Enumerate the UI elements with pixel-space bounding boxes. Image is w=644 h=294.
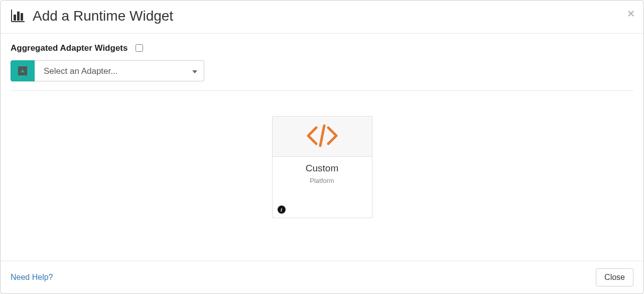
close-icon[interactable]: ×	[627, 8, 634, 20]
widget-card-title: Custom	[278, 163, 367, 174]
modal-header: Add a Runtime Widget ×	[1, 1, 643, 34]
modal-footer: Need Help? Close	[1, 261, 643, 293]
close-button[interactable]: Close	[596, 268, 633, 286]
widget-card-info-row: i	[278, 184, 367, 214]
aggregated-checkbox[interactable]	[136, 44, 143, 52]
widget-card-subtitle: Platform	[278, 177, 367, 184]
modal-body: Aggregated Adapter Widgets Select an Ada…	[1, 34, 643, 261]
adapter-badge-icon	[18, 66, 27, 75]
bar-chart-icon	[11, 10, 26, 23]
svg-rect-4	[21, 13, 23, 21]
code-icon	[304, 124, 340, 150]
adapter-row: Select an Adapter...	[11, 60, 633, 81]
add-runtime-widget-modal: Add a Runtime Widget × Aggregated Adapte…	[0, 0, 644, 294]
widget-card-icon-area	[273, 117, 372, 157]
widget-card-body: Custom Platform i	[273, 157, 372, 218]
modal-title-row: Add a Runtime Widget	[11, 8, 173, 24]
svg-rect-2	[14, 15, 16, 21]
svg-marker-5	[21, 69, 25, 72]
info-icon[interactable]: i	[278, 206, 286, 214]
widget-card-custom[interactable]: Custom Platform i	[272, 116, 372, 218]
need-help-link[interactable]: Need Help?	[11, 273, 53, 282]
svg-rect-3	[17, 12, 20, 21]
adapter-badge	[11, 60, 35, 81]
svg-line-7	[320, 126, 324, 146]
divider	[11, 90, 633, 91]
widget-card-row: Custom Platform i	[11, 116, 633, 218]
adapter-select-wrap: Select an Adapter...	[35, 60, 204, 81]
modal-title: Add a Runtime Widget	[33, 8, 173, 24]
aggregated-row: Aggregated Adapter Widgets	[11, 43, 633, 53]
adapter-select[interactable]: Select an Adapter...	[35, 60, 204, 81]
aggregated-label: Aggregated Adapter Widgets	[11, 43, 127, 53]
